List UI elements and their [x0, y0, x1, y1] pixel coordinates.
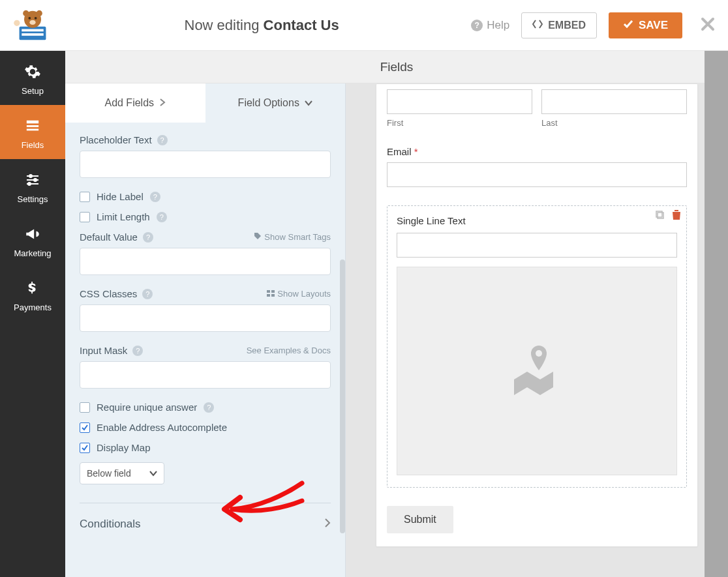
enable-autocomplete-option[interactable]: Enable Address Autocomplete — [80, 422, 331, 433]
require-unique-option[interactable]: Require unique answer ? — [80, 402, 331, 413]
tab-add-fields[interactable]: Add Fields — [65, 83, 205, 123]
first-name-input[interactable] — [387, 89, 532, 114]
svg-point-4 — [29, 17, 31, 20]
svg-rect-19 — [267, 290, 270, 293]
selected-field[interactable]: Single Line Text — [387, 205, 687, 488]
default-value-input[interactable] — [80, 248, 331, 275]
svg-rect-20 — [271, 290, 275, 293]
svg-rect-1 — [22, 29, 43, 31]
svg-rect-0 — [20, 26, 46, 39]
svg-rect-11 — [27, 125, 38, 127]
single-line-input[interactable] — [397, 233, 677, 258]
editing-title: Now editing Contact Us — [64, 17, 459, 34]
nav-payments[interactable]: Payments — [0, 267, 65, 321]
map-pin-icon — [508, 340, 566, 402]
svg-point-5 — [35, 17, 37, 20]
chevron-down-icon — [149, 468, 157, 479]
show-smart-tags-link[interactable]: Show Smart Tags — [254, 232, 331, 242]
nav-fields[interactable]: Fields — [0, 105, 65, 159]
svg-point-6 — [29, 20, 35, 24]
bullhorn-icon — [23, 225, 42, 243]
gear-icon — [23, 63, 42, 81]
tab-field-options[interactable]: Field Options — [205, 83, 346, 123]
help-icon[interactable]: ? — [204, 402, 214, 413]
svg-point-16 — [34, 179, 37, 181]
svg-point-9 — [14, 20, 20, 25]
svg-rect-22 — [271, 294, 275, 297]
save-button[interactable]: SAVE — [609, 12, 682, 38]
selected-field-label: Single Line Text — [397, 215, 677, 226]
duplicate-icon[interactable] — [655, 210, 665, 223]
email-label: Email * — [387, 146, 687, 157]
help-link[interactable]: ? Help — [471, 19, 509, 32]
app-logo — [13, 8, 52, 42]
see-examples-link[interactable]: See Examples & Docs — [247, 346, 331, 355]
help-icon[interactable]: ? — [142, 289, 153, 299]
email-input[interactable] — [387, 162, 687, 187]
checkbox-icon[interactable] — [80, 402, 90, 413]
display-map-option[interactable]: Display Map — [80, 442, 331, 453]
embed-button[interactable]: EMBED — [521, 12, 597, 38]
help-icon[interactable]: ? — [143, 232, 153, 243]
placeholder-label: Placeholder Text ? — [80, 134, 331, 145]
show-layouts-link[interactable]: Show Layouts — [267, 289, 331, 299]
nav-marketing[interactable]: Marketing — [0, 213, 65, 267]
scrollbar[interactable] — [340, 259, 345, 533]
checkbox-icon[interactable] — [80, 443, 90, 453]
dollar-icon — [23, 279, 42, 297]
checkbox-icon[interactable] — [80, 192, 90, 202]
svg-rect-12 — [27, 129, 38, 131]
svg-rect-21 — [267, 294, 270, 297]
checkbox-icon[interactable] — [80, 212, 90, 222]
map-placeholder — [397, 267, 677, 475]
main-area: Setup Fields Settings Marketing Payments — [0, 51, 728, 577]
map-position-select[interactable]: Below field — [80, 462, 164, 484]
svg-rect-10 — [27, 121, 38, 124]
trash-icon[interactable] — [672, 210, 681, 223]
chevron-down-icon — [305, 97, 312, 109]
center-pane: Fields Add Fields Field Options — [65, 51, 728, 577]
chevron-right-icon — [159, 97, 166, 109]
css-classes-label: CSS Classes ? Show Layouts — [80, 288, 331, 299]
form-preview: First Last Email * — [346, 83, 728, 577]
conditionals-section[interactable]: Conditionals — [80, 503, 331, 537]
grid-icon — [267, 289, 275, 299]
svg-point-18 — [28, 183, 31, 185]
side-nav: Setup Fields Settings Marketing Payments — [0, 51, 65, 577]
top-bar: Now editing Contact Us ? Help EMBED SAVE — [0, 0, 728, 51]
field-options-panel: Add Fields Field Options Placeholder Tex… — [65, 83, 346, 577]
help-icon[interactable]: ? — [150, 192, 160, 202]
help-icon[interactable]: ? — [157, 212, 167, 222]
tag-icon — [254, 232, 262, 242]
form-icon — [23, 117, 42, 135]
chevron-right-icon — [324, 518, 331, 531]
css-classes-input[interactable] — [80, 304, 331, 332]
first-sublabel: First — [387, 118, 532, 128]
svg-point-8 — [37, 10, 42, 16]
section-title: Fields — [65, 51, 728, 83]
limit-length-option[interactable]: Limit Length ? — [80, 211, 331, 222]
close-icon — [701, 15, 715, 36]
svg-rect-2 — [22, 33, 43, 36]
form-name: Contact Us — [264, 17, 339, 33]
last-sublabel: Last — [541, 118, 687, 128]
svg-point-14 — [29, 175, 32, 177]
input-mask-input[interactable] — [80, 361, 331, 389]
nav-setup[interactable]: Setup — [0, 51, 65, 105]
hide-label-option[interactable]: Hide Label ? — [80, 191, 331, 202]
window-edge — [705, 51, 728, 577]
svg-point-25 — [536, 350, 542, 357]
default-value-label: Default Value ? Show Smart Tags — [80, 231, 331, 243]
help-icon[interactable]: ? — [157, 135, 168, 145]
nav-settings[interactable]: Settings — [0, 159, 65, 213]
help-icon: ? — [471, 20, 483, 31]
check-icon — [623, 19, 633, 32]
placeholder-input[interactable] — [80, 151, 331, 178]
input-mask-label: Input Mask ? See Examples & Docs — [80, 345, 331, 356]
submit-button[interactable]: Submit — [387, 506, 453, 533]
top-actions: ? Help EMBED SAVE — [471, 12, 715, 38]
last-name-input[interactable] — [541, 89, 687, 114]
close-button[interactable] — [701, 15, 715, 36]
help-icon[interactable]: ? — [132, 346, 143, 356]
checkbox-icon[interactable] — [80, 422, 90, 433]
